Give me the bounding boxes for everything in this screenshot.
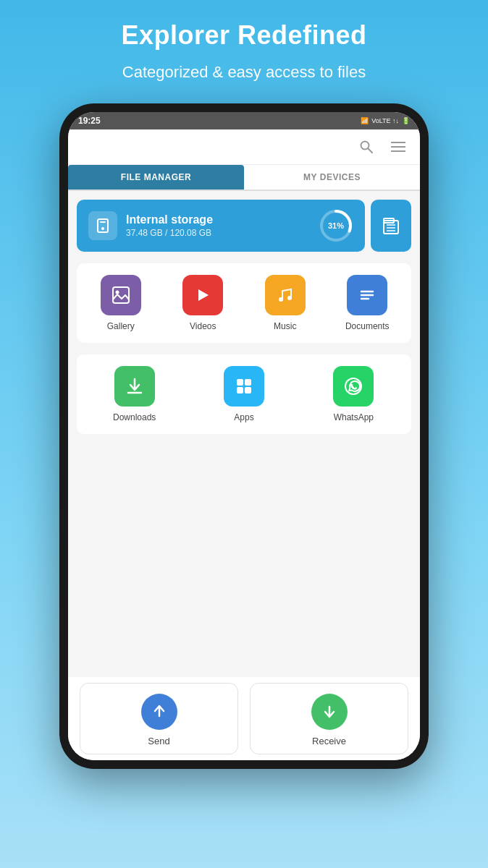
receive-button[interactable]: Receive [250, 683, 408, 754]
category-videos[interactable]: Videos [165, 275, 242, 331]
internal-storage-card[interactable]: Internal storage 37.48 GB / 120.08 GB 31… [77, 200, 365, 252]
category-music[interactable]: Music [247, 275, 324, 331]
svg-line-1 [368, 148, 372, 153]
downloads-icon [114, 366, 155, 407]
sd-card-button[interactable] [371, 200, 411, 252]
svg-marker-14 [198, 289, 209, 301]
header-subtitle: Categorized & easy access to files [121, 62, 366, 83]
storage-circle: 31% [319, 208, 353, 243]
documents-icon [347, 275, 387, 315]
hamburger-line [391, 142, 405, 143]
storage-name: Internal storage [126, 213, 310, 226]
storage-info: Internal storage 37.48 GB / 120.08 GB [126, 213, 310, 238]
search-icon [359, 140, 374, 154]
category-gallery[interactable]: Gallery [83, 275, 159, 331]
status-icons: 📶 VoLTE ↑↓ 🔋 [361, 117, 410, 124]
receive-label: Receive [312, 736, 346, 746]
svg-rect-4 [100, 221, 106, 223]
receive-icon [311, 694, 348, 730]
category-whatsapp[interactable]: WhatsApp [302, 366, 405, 422]
category-downloads[interactable]: Downloads [83, 366, 186, 422]
storage-size: 37.48 GB / 120.08 GB [126, 228, 310, 238]
apps-icon [224, 366, 264, 407]
svg-point-16 [287, 296, 292, 300]
status-time: 19:25 [78, 116, 101, 126]
menu-button[interactable] [388, 137, 408, 157]
tab-file-manager[interactable]: FILE MANAGER [68, 165, 244, 190]
send-icon [141, 694, 177, 730]
search-button[interactable] [356, 137, 376, 157]
send-label: Send [148, 736, 169, 746]
app-content: Internal storage 37.48 GB / 120.08 GB 31… [68, 191, 420, 677]
category-grid-row2: DownloadsAppsWhatsApp [77, 354, 411, 434]
gallery-icon [101, 275, 141, 315]
header-section: Explorer Redefined Categorized & easy ac… [92, 0, 395, 98]
storage-device-icon [88, 211, 117, 240]
apps-label: Apps [234, 412, 253, 422]
phone-inner: 19:25 📶 VoLTE ↑↓ 🔋 FILE MAN [68, 112, 420, 760]
status-bar: 19:25 📶 VoLTE ↑↓ 🔋 [68, 112, 420, 129]
signal-icon: VoLTE ↑↓ [371, 117, 399, 124]
gallery-label: Gallery [107, 321, 135, 331]
app-header [68, 129, 420, 165]
bottom-actions: SendReceive [68, 677, 420, 760]
phone-shell: 19:25 📶 VoLTE ↑↓ 🔋 FILE MAN [59, 103, 429, 769]
category-documents[interactable]: Documents [329, 275, 406, 331]
videos-label: Videos [190, 321, 216, 331]
storage-row: Internal storage 37.48 GB / 120.08 GB 31… [77, 200, 411, 252]
send-button[interactable]: Send [80, 683, 238, 754]
music-icon [265, 275, 306, 315]
svg-rect-24 [245, 387, 251, 393]
category-grid-row1: GalleryVideosMusicDocuments [77, 263, 411, 343]
svg-point-3 [101, 227, 104, 230]
svg-rect-23 [237, 387, 243, 393]
downloads-label: Downloads [113, 412, 156, 422]
videos-icon [182, 275, 223, 315]
svg-point-15 [279, 297, 283, 302]
storage-percent: 31% [328, 221, 344, 230]
whatsapp-label: WhatsApp [334, 412, 374, 422]
header-title: Explorer Redefined [121, 20, 366, 51]
sd-card-icon [380, 215, 402, 237]
svg-rect-12 [113, 287, 129, 303]
phone-storage-icon [95, 218, 111, 234]
hamburger-line [391, 146, 405, 148]
svg-rect-22 [245, 379, 251, 386]
category-apps[interactable]: Apps [192, 366, 295, 422]
battery-icon: 🔋 [402, 117, 410, 124]
hamburger-line [391, 150, 405, 152]
wifi-icon: 📶 [361, 117, 369, 124]
whatsapp-icon [333, 366, 374, 407]
tabs-container: FILE MANAGER MY DEVICES [68, 165, 420, 191]
svg-rect-2 [98, 219, 108, 232]
documents-label: Documents [345, 321, 390, 331]
svg-point-13 [115, 290, 119, 294]
tab-my-devices[interactable]: MY DEVICES [244, 165, 420, 190]
music-label: Music [274, 321, 296, 331]
svg-rect-21 [237, 379, 243, 386]
